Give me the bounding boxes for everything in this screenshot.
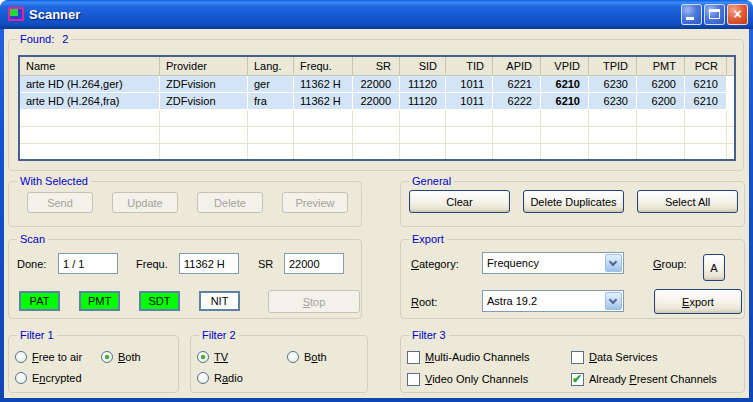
checkbox-option-multi-audio-channels[interactable]: Multi-Audio Channels (407, 351, 571, 364)
minimize-button[interactable] (681, 4, 702, 25)
export-button[interactable]: Export (654, 289, 742, 314)
window-title: Scanner (29, 0, 80, 29)
group-a-button[interactable]: A (703, 254, 725, 281)
done-field[interactable] (58, 253, 118, 274)
cell-lang: fra (248, 93, 294, 109)
column-header-name[interactable]: Name (20, 57, 160, 75)
checkbox-icon (407, 351, 420, 364)
column-header-pcr[interactable]: PCR (685, 57, 727, 75)
scan-group: Scan Done: Frequ. SR PATPMTSDTNIT Stop (8, 239, 362, 319)
column-header-provider[interactable]: Provider (160, 57, 248, 75)
send-button[interactable]: Send (27, 192, 93, 213)
category-value: Frequency (483, 257, 604, 269)
cell-empty (637, 144, 685, 160)
filter3-group: Filter 3 Multi-Audio ChannelsData Servic… (400, 335, 745, 393)
checkbox-option-data-services[interactable]: Data Services (571, 351, 717, 364)
cell-empty (541, 127, 589, 143)
general-group: General ClearDelete DuplicatesSelect All (400, 181, 745, 227)
cell-tid: 1011 (446, 76, 493, 92)
table-empty-row (20, 144, 734, 161)
filter3-group-label: Filter 3 (409, 329, 449, 342)
column-header-pmt[interactable]: PMT (637, 57, 685, 75)
table-empty-row (20, 110, 734, 127)
scan-group-label: Scan (17, 233, 48, 246)
cell-empty (160, 144, 248, 160)
maximize-button[interactable] (704, 4, 725, 25)
stop-button[interactable]: Stop (268, 290, 360, 313)
column-header-sr[interactable]: SR (353, 57, 400, 75)
chevron-down-icon[interactable] (605, 254, 622, 272)
option-label: Both (118, 351, 141, 363)
clear-button[interactable]: Clear (409, 190, 510, 213)
cell-empty (685, 110, 727, 126)
frequency-field[interactable] (179, 253, 239, 274)
cell-sid: 11120 (400, 76, 446, 92)
category-dropdown[interactable]: Frequency (482, 252, 624, 274)
filter1-group-label: Filter 1 (17, 329, 57, 342)
cell-spacer (727, 93, 734, 109)
table-body: arte HD (H.264,ger)ZDFvisionger11362 H22… (20, 76, 734, 161)
radio-option-both[interactable]: Both (101, 351, 141, 363)
radio-option-both[interactable]: Both (287, 351, 327, 363)
with-selected-buttons: SendUpdateDeletePreview (27, 192, 348, 213)
radio-option-radio[interactable]: Radio (197, 372, 287, 384)
general-group-label: General (409, 175, 454, 188)
radio-option-free-to-air[interactable]: Free to air (15, 351, 101, 363)
cell-empty (160, 110, 248, 126)
column-header-spacer (727, 57, 734, 75)
cell-empty (353, 127, 400, 143)
filter3-options: Multi-Audio ChannelsData ServicesVideo O… (407, 346, 717, 390)
option-label: Already Present Channels (589, 373, 717, 385)
delete-button[interactable]: Delete (197, 192, 263, 213)
column-header-apid[interactable]: APID (493, 57, 541, 75)
table-row[interactable]: arte HD (H.264,ger)ZDFvisionger11362 H22… (20, 76, 734, 93)
update-button[interactable]: Update (112, 192, 178, 213)
filter1-group: Filter 1 Free to airBothEncrypted (8, 335, 179, 393)
export-group-label: Export (409, 233, 447, 246)
cell-empty (493, 110, 541, 126)
checkbox-checked-icon (571, 373, 584, 386)
cell-pmt: 6200 (637, 93, 685, 109)
group-label: Group: (653, 257, 687, 271)
table-row[interactable]: arte HD (H.264,fra)ZDFvisionfra11362 H22… (20, 93, 734, 110)
column-header-tid[interactable]: TID (446, 57, 493, 75)
radio-icon (15, 351, 27, 363)
scan-indicators: PATPMTSDTNIT (19, 291, 240, 311)
symbol-rate-field[interactable] (284, 253, 344, 274)
checkbox-icon (571, 351, 584, 364)
checkbox-option-already-present-channels[interactable]: Already Present Channels (571, 373, 717, 386)
with-selected-group-label: With Selected (17, 175, 91, 188)
cell-empty (294, 110, 353, 126)
delete-duplicates-button[interactable]: Delete Duplicates (523, 190, 624, 213)
cell-provider: ZDFvision (160, 76, 248, 92)
cell-empty (294, 127, 353, 143)
cell-sid: 11120 (400, 93, 446, 109)
sdt-indicator: SDT (139, 291, 180, 311)
radio-selected-icon (101, 351, 113, 363)
column-header-sid[interactable]: SID (400, 57, 446, 75)
radio-option-encrypted[interactable]: Encrypted (15, 372, 101, 384)
option-label: Encrypted (32, 372, 82, 384)
root-dropdown[interactable]: Astra 19.2 (482, 290, 624, 312)
checkbox-option-video-only-channels[interactable]: Video Only Channels (407, 373, 571, 386)
close-button[interactable]: × (727, 4, 748, 25)
column-header-frequ[interactable]: Frequ. (294, 57, 353, 75)
filter2-group: Filter 2 TVBothRadio (190, 335, 368, 393)
column-header-lang[interactable]: Lang. (248, 57, 294, 75)
cell-empty (400, 144, 446, 160)
preview-button[interactable]: Preview (282, 192, 348, 213)
cell-spacer (727, 127, 734, 143)
column-header-tpid[interactable]: TPID (589, 57, 637, 75)
cell-pmt: 6200 (637, 76, 685, 92)
cell-frequ: 11362 H (294, 93, 353, 109)
chevron-down-icon[interactable] (605, 292, 622, 310)
column-header-vpid[interactable]: VPID (541, 57, 589, 75)
with-selected-group: With Selected SendUpdateDeletePreview (8, 181, 362, 227)
select-all-button[interactable]: Select All (637, 190, 738, 213)
option-label: Video Only Channels (425, 373, 528, 385)
option-label: Multi-Audio Channels (425, 351, 530, 363)
found-count: 2 (62, 33, 68, 45)
radio-option-tv[interactable]: TV (197, 351, 287, 363)
table-header: NameProviderLang.Frequ.SRSIDTIDAPIDVPIDT… (20, 57, 734, 76)
cell-empty (589, 127, 637, 143)
